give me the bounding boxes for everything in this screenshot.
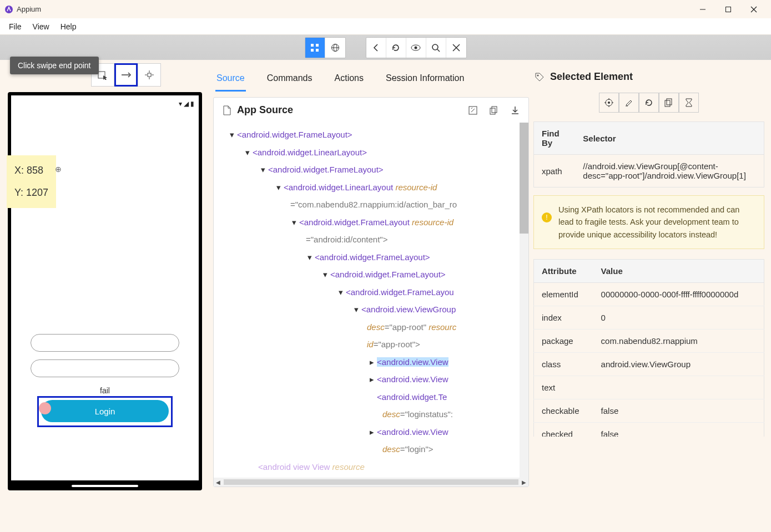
menu-file[interactable]: File <box>3 20 27 33</box>
tap-element-button[interactable] <box>599 93 619 113</box>
selected-element-title: Selected Element <box>550 71 633 83</box>
svg-point-14 <box>432 44 438 50</box>
svg-point-13 <box>415 46 417 49</box>
warning-icon: ! <box>542 212 552 222</box>
svg-rect-27 <box>490 108 495 114</box>
svg-rect-8 <box>316 49 319 52</box>
svg-rect-5 <box>311 44 314 47</box>
get-timing-button[interactable] <box>679 93 699 113</box>
svg-point-29 <box>537 74 539 76</box>
tree-horizontal-scrollbar[interactable]: ◀▶ <box>214 478 528 487</box>
table-row: text <box>534 376 764 399</box>
attribute-table: AttributeValue elementId00000000-0000-00… <box>533 259 764 437</box>
copy-xml-button[interactable] <box>490 106 498 115</box>
clear-element-button[interactable] <box>639 93 659 113</box>
svg-rect-7 <box>311 49 314 52</box>
login-status-label: fail <box>100 386 110 395</box>
battery-icon: ▮ <box>190 100 194 108</box>
swipe-tooltip: Click swipe end point <box>10 57 99 74</box>
coord-y: Y: 1207 <box>14 182 48 204</box>
signal-icon: ◢ <box>184 100 189 108</box>
table-row: checkablefalse <box>534 399 764 423</box>
menu-view[interactable]: View <box>27 20 55 33</box>
selector-header: Selector <box>575 122 764 155</box>
maximize-button[interactable] <box>715 0 741 18</box>
svg-rect-37 <box>667 99 672 105</box>
app-logo-icon <box>4 5 13 14</box>
login-highlight-box: Login <box>37 396 173 427</box>
send-keys-button[interactable] <box>619 93 639 113</box>
source-tree[interactable]: ▾<android.widget.FrameLayout> ▾<android.… <box>214 123 520 478</box>
locator-table: Find BySelector xpath //android.view.Vie… <box>533 121 764 188</box>
svg-rect-2 <box>726 7 731 12</box>
refresh-button[interactable] <box>386 38 406 58</box>
table-row: index0 <box>534 306 764 330</box>
findby-cell: xpath <box>534 155 576 188</box>
quit-session-button[interactable] <box>446 38 466 58</box>
svg-rect-38 <box>665 100 670 107</box>
record-button[interactable] <box>406 38 426 58</box>
swipe-start-marker <box>39 402 51 414</box>
menu-help[interactable]: Help <box>55 20 82 33</box>
login-button[interactable]: Login <box>41 400 169 422</box>
titlebar: Appium <box>0 0 771 18</box>
svg-line-15 <box>437 49 440 52</box>
device-preview[interactable]: ▾ ◢ ▮ fail Login <box>8 92 202 490</box>
menubar: File View Help <box>0 18 771 35</box>
selector-cell[interactable]: //android.view.ViewGroup[@content-desc="… <box>575 155 764 188</box>
main-toolbar <box>0 35 771 60</box>
coordinate-readout: X: 858⊕ Y: 1207 <box>7 155 56 208</box>
svg-rect-6 <box>316 44 319 47</box>
crosshair-icon: ⊕ <box>55 161 62 178</box>
username-input[interactable] <box>31 334 179 352</box>
copy-attributes-button[interactable] <box>659 93 679 113</box>
tab-actions[interactable]: Actions <box>334 68 365 91</box>
swipe-by-coords-button[interactable] <box>114 63 138 87</box>
toggle-attrs-button[interactable] <box>468 106 477 115</box>
native-mode-button[interactable] <box>305 38 325 58</box>
tab-commands[interactable]: Commands <box>266 68 314 91</box>
attribute-header: Attribute <box>534 260 593 283</box>
android-homebar <box>72 485 138 487</box>
web-mode-button[interactable] <box>325 38 345 58</box>
password-input[interactable] <box>31 359 179 377</box>
minimize-button[interactable] <box>690 0 715 18</box>
login-button-label: Login <box>95 407 115 416</box>
findby-header: Find By <box>534 122 576 155</box>
app-source-title: App Source <box>237 104 293 116</box>
selected-element-actions <box>533 93 764 113</box>
download-xml-button[interactable] <box>511 106 520 115</box>
svg-rect-20 <box>148 73 151 77</box>
tag-icon <box>535 72 545 82</box>
table-row: classandroid.view.ViewGroup <box>534 353 764 376</box>
svg-point-31 <box>608 102 610 104</box>
tab-session-info[interactable]: Session Information <box>385 68 465 91</box>
wifi-icon: ▾ <box>179 100 182 108</box>
tree-vertical-scrollbar[interactable] <box>520 123 528 478</box>
coord-x: X: 858 <box>14 165 43 176</box>
tap-by-coords-button[interactable] <box>138 63 161 87</box>
value-header: Value <box>593 260 764 283</box>
close-button[interactable] <box>741 0 767 18</box>
window-title: Appium <box>17 5 41 13</box>
table-row: packagecom.nabendu82.rnappium <box>534 330 764 353</box>
back-button[interactable] <box>366 38 386 58</box>
tab-source[interactable]: Source <box>215 68 246 91</box>
svg-rect-26 <box>492 107 497 113</box>
table-row: checkedfalse <box>534 423 764 437</box>
inspector-tabs: Source Commands Actions Session Informat… <box>213 64 529 92</box>
document-icon <box>223 105 231 115</box>
table-row: elementId00000000-0000-000f-ffff-ffff000… <box>534 283 764 306</box>
xpath-warning: ! Using XPath locators is not recommende… <box>533 195 764 249</box>
search-elements-button[interactable] <box>426 38 446 58</box>
